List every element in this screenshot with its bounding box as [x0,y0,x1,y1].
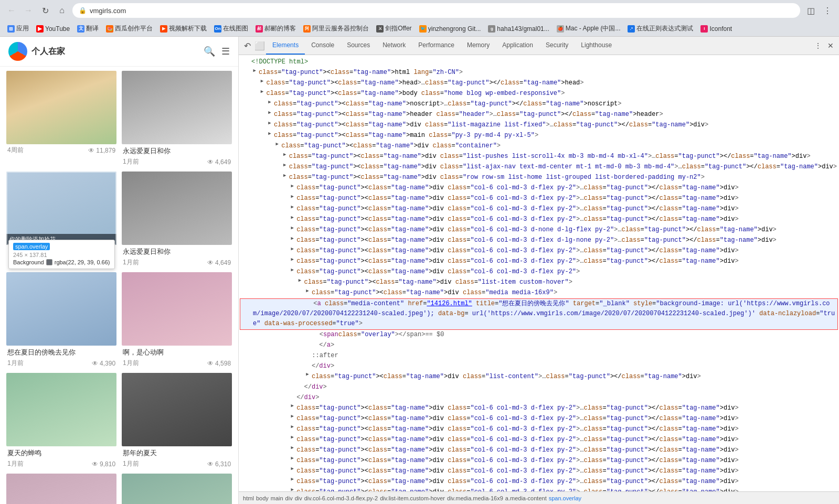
bookmark-xigua[interactable]: 🍉 西瓜创作平台 [103,23,156,34]
card-1[interactable]: 4周前 👁 11,879 [6,71,116,166]
card-3[interactable]: 你的删除添加拾花 span.overlay 245 × 137.81 Backg… [6,171,116,267]
breadcrumb-col[interactable]: div.col-6.col-md-3.d-flex.py-2 [304,495,378,501]
card-10[interactable] [122,474,232,504]
toggle-icon[interactable]: ▶ [289,215,295,221]
source-line[interactable]: ▶class="tag-punct"><class="tag-name">div… [239,204,839,215]
toggle-icon[interactable]: ▶ [282,162,288,168]
source-line[interactable]: ▶class="tag-punct"><class="tag-name">div… [239,162,839,173]
source-line[interactable]: ▶class="tag-punct"><class="tag-name">bod… [239,89,839,99]
toggle-icon[interactable]: ▶ [289,456,295,462]
toggle-icon[interactable]: ▶ [282,173,288,179]
bookmark-daojian[interactable]: ⚔ 剑指Offer [373,23,415,34]
toggle-icon[interactable]: ▶ [267,131,273,137]
breadcrumb-div2[interactable]: div [295,495,302,501]
toggle-icon[interactable]: ▶ [267,120,273,126]
toggle-icon[interactable]: ▶ [259,89,265,95]
source-line[interactable]: ▶class="tag-punct"><class="tag-name">div… [239,225,839,235]
toggle-icon[interactable]: ▶ [289,466,295,473]
source-line[interactable]: <!DOCTYPE html> [239,57,839,68]
source-line[interactable]: ▶class="tag-punct"><class="tag-name">div… [239,403,839,414]
bookmark-youtube[interactable]: ▶ YouTube [33,24,73,34]
toggle-icon[interactable]: ▶ [289,256,295,263]
source-line[interactable]: ▶class="tag-punct"><class="tag-name">div… [239,215,839,225]
tab-elements[interactable]: Elements [266,37,305,55]
menu-button[interactable]: ⋮ [820,3,835,18]
bookmark-xinji[interactable]: 郝 郝郦的博客 [252,23,299,34]
devtools-close-icon[interactable]: ✕ [824,39,837,52]
toggle-icon[interactable]: ▶ [297,277,303,284]
card-8[interactable]: 那年的夏天 1月前 👁 6,310 [122,373,232,468]
source-line[interactable]: ▶class="tag-punct"><class="tag-name">div… [239,435,839,445]
back-button[interactable]: ← [4,3,19,18]
toggle-icon[interactable]: ▶ [289,445,295,452]
card-2[interactable]: 永远爱夏日和你 1月前 👁 4,649 [122,71,232,166]
home-button[interactable]: ⌂ [55,3,69,18]
website-panel[interactable]: 个人在家 🔍 ☰ 4周前 👁 11,879 [0,37,239,504]
html-source[interactable]: <!DOCTYPE html>▶class="tag-punct"><class… [239,55,839,491]
breadcrumb-span[interactable]: span.overlay [549,495,581,501]
tab-lighthouse[interactable]: Lighthouse [575,37,618,55]
source-line[interactable]: ▶class="tag-punct"><class="tag-name">div… [239,141,839,152]
extensions-button[interactable]: ◫ [803,3,818,18]
bookmark-mac[interactable]: 🍎 Mac - Apple (中国... [554,23,624,34]
source-line[interactable]: ▶class="tag-punct"><class="tag-name">hea… [239,110,839,120]
bookmark-zhengze[interactable]: .* 在线正则表达式测试 [624,23,696,34]
toggle-icon[interactable]: ▶ [289,225,295,231]
source-line[interactable]: <a class="media-content" href="14126.htm… [240,298,838,330]
toggle-icon[interactable]: ▶ [304,288,311,294]
source-line[interactable]: ▶class="tag-punct"><class="tag-name">div… [239,277,839,288]
toggle-icon[interactable]: ▶ [259,78,265,84]
bookmark-haha[interactable]: g haha143/gmal01... [485,24,552,34]
source-line[interactable]: ▶class="tag-punct"><class="tag-name">div… [239,152,839,162]
source-line[interactable]: ▶class="tag-punct"><class="tag-name">div… [239,487,839,491]
toggle-icon[interactable]: ▶ [274,141,280,147]
toggle-icon[interactable]: ▶ [267,99,273,105]
refresh-button[interactable]: ↻ [38,3,52,18]
source-line[interactable]: ▶class="tag-punct"><class="tag-name">div… [239,256,839,267]
bookmark-on[interactable]: On 在线图图 [211,23,251,34]
toggle-icon[interactable]: ▶ [282,152,288,158]
devtools-device-icon[interactable]: ⬜ [253,39,266,52]
source-line[interactable]: ▶class="tag-punct"><class="tag-name">htm… [239,68,839,78]
card-9[interactable] [6,474,116,504]
source-line[interactable]: ▶class="tag-punct"><class="tag-name">div… [239,477,839,487]
toggle-icon[interactable]: ▶ [289,487,295,491]
address-bar[interactable]: 🔒 vmgirls.com [72,3,800,18]
devtools-pointer-icon[interactable]: ↶ [241,39,253,52]
bookmark-apps[interactable]: ⊞ 应用 [4,23,32,34]
breadcrumb-listitem[interactable]: div.list-item.custom-hover [380,495,445,501]
bookmark-video[interactable]: ▶ 视频解析下载 [157,23,210,34]
toggle-icon[interactable]: ▶ [289,477,295,483]
tab-console[interactable]: Console [305,37,341,55]
source-line[interactable]: ▶class="tag-punct"><class="tag-name">div… [239,235,839,246]
source-line[interactable]: ::after [239,351,839,361]
card-6[interactable]: 啊，是心动啊 1月前 👁 4,598 [122,272,232,368]
source-line[interactable]: ▶class="tag-punct"><class="tag-name">div… [239,414,839,424]
source-line[interactable]: ▶class="tag-punct"><class="tag-name">hea… [239,78,839,89]
source-line[interactable]: </div> [239,382,839,393]
toggle-icon[interactable]: ▶ [289,183,295,189]
bookmark-aliyun[interactable]: 阿 阿里云服务器控制台 [300,23,372,34]
toggle-icon[interactable]: ▶ [267,110,273,116]
tab-security[interactable]: Security [539,37,575,55]
tab-memory[interactable]: Memory [461,37,496,55]
source-line[interactable]: ▶class="tag-punct"><class="tag-name">div… [239,456,839,466]
bookmark-fanyi[interactable]: 文 翻译 [74,23,102,34]
card-5[interactable]: 想在夏日的傍晚去见你 1月前 👁 4,390 [6,272,116,368]
menu-icon-button[interactable]: ☰ [221,46,230,57]
source-line[interactable]: ▶class="tag-punct"><class="tag-name">div… [239,246,839,256]
tab-sources[interactable]: Sources [341,37,376,55]
toggle-icon[interactable]: ▶ [289,424,295,431]
source-line[interactable]: ▶class="tag-punct"><class="tag-name">mai… [239,131,839,141]
source-line[interactable]: ▶class="tag-punct"><class="tag-name">div… [239,424,839,435]
breadcrumb-media[interactable]: div.media.media-16x9 [447,495,503,501]
card-7[interactable]: 夏天的蝉鸣 1月前 👁 9,810 [6,373,116,468]
breadcrumb-main[interactable]: main [271,495,283,501]
toggle-icon[interactable]: ▶ [304,372,311,378]
toggle-icon[interactable]: ▶ [289,435,295,441]
source-line[interactable]: ▶class="tag-punct"><class="tag-name">nos… [239,99,839,110]
tab-network[interactable]: Network [376,37,412,55]
source-line[interactable]: ▶class="tag-punct"><class="tag-name">div… [239,183,839,194]
toggle-icon[interactable]: ▶ [251,68,258,74]
tab-performance[interactable]: Performance [412,37,461,55]
